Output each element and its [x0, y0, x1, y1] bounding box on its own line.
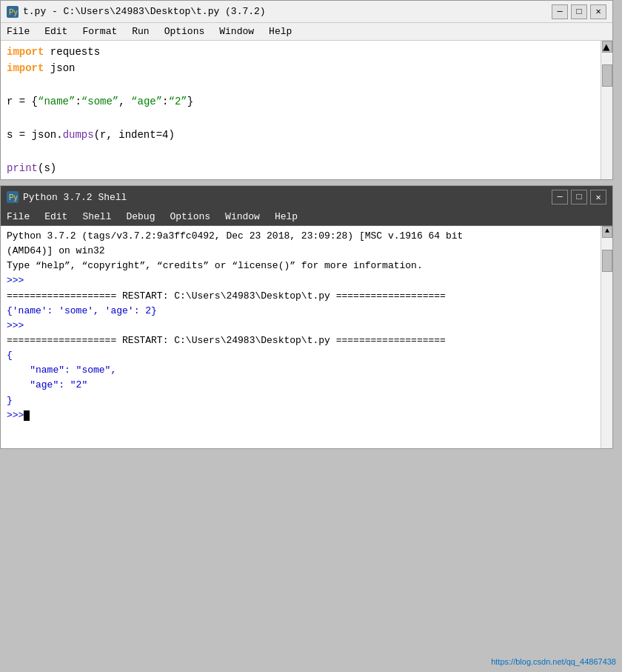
menu-options[interactable]: Options — [161, 26, 208, 37]
shell-python-icon: Py — [7, 191, 19, 203]
shell-menu-debug[interactable]: Debug — [123, 211, 158, 222]
shell-prompt-2: >>> — [7, 319, 606, 333]
shell-output-area[interactable]: Python 3.7.2 (tags/v3.7.2:9a3ffc0492, De… — [1, 226, 612, 448]
svg-text:Py: Py — [9, 8, 18, 16]
menu-file[interactable]: File — [4, 26, 33, 37]
close-button[interactable]: ✕ — [590, 4, 606, 19]
shell-banner-line3: Type “help”, “copyright”, “credits” or “… — [7, 259, 606, 273]
shell-body: Python 3.7.2 (tags/v3.7.2:9a3ffc0492, De… — [1, 226, 612, 448]
shell-prompt-3: >>> — [7, 408, 606, 423]
shell-json-close: } — [7, 393, 606, 408]
shell-banner-line1: Python 3.7.2 (tags/v3.7.2:9a3ffc0492, De… — [7, 229, 606, 244]
shell-banner-line2: (AMD64)] on win32 — [7, 244, 606, 259]
code-line-5 — [7, 110, 606, 127]
menu-window[interactable]: Window — [216, 26, 257, 37]
code-line-8: print(s) — [7, 160, 606, 176]
code-line-3 — [7, 77, 606, 93]
editor-window: Py t.py - C:\Users\24983\Desktop\t.py (3… — [0, 0, 613, 180]
shell-restart-2: =================== RESTART: C:\Users\24… — [7, 333, 606, 348]
minimize-button[interactable]: — — [552, 4, 568, 19]
editor-title-bar: Py t.py - C:\Users\24983\Desktop\t.py (3… — [1, 1, 612, 23]
shell-title-bar: Py Python 3.7.2 Shell — □ ✕ — [1, 186, 612, 208]
editor-title-left: Py t.py - C:\Users\24983\Desktop\t.py (3… — [7, 6, 266, 18]
shell-menu-options[interactable]: Options — [167, 211, 213, 222]
shell-prompt-1: >>> — [7, 273, 606, 288]
shell-json-name: "name": "some", — [7, 363, 606, 378]
watermark: https://blog.csdn.net/qq_44867438 — [491, 657, 616, 666]
shell-json-open: { — [7, 348, 606, 363]
shell-menu-bar: File Edit Shell Debug Options Window Hel… — [1, 208, 612, 226]
scrollbar-up-arrow[interactable]: ▲ — [602, 41, 612, 53]
shell-restart-1: =================== RESTART: C:\Users\24… — [7, 289, 606, 304]
shell-scrollbar-up[interactable]: ▲ — [602, 226, 612, 238]
code-line-4: r = {“name”:“some”, “age”:“2”} — [7, 93, 606, 110]
python-icon: Py — [7, 6, 19, 18]
maximize-button[interactable]: □ — [571, 4, 587, 19]
menu-help[interactable]: Help — [266, 26, 295, 37]
editor-scrollbar[interactable]: ▲ — [601, 41, 612, 179]
shell-dict-output: {'name': 'some', 'age': 2} — [7, 304, 606, 319]
editor-title-text: t.py - C:\Users\24983\Desktop\t.py (3.7.… — [23, 6, 266, 17]
shell-minimize-button[interactable]: — — [552, 190, 568, 204]
shell-scrollbar-thumb[interactable] — [602, 250, 612, 272]
editor-body: import requests import json r = {“name”:… — [1, 41, 612, 179]
shell-controls: — □ ✕ — [552, 190, 606, 204]
shell-title-left: Py Python 3.7.2 Shell — [7, 191, 127, 203]
shell-menu-edit[interactable]: Edit — [41, 211, 70, 222]
code-line-1: import requests — [7, 44, 606, 60]
shell-menu-help[interactable]: Help — [272, 211, 301, 222]
shell-menu-file[interactable]: File — [4, 211, 33, 222]
shell-maximize-button[interactable]: □ — [571, 190, 587, 204]
shell-json-age: "age": "2" — [7, 378, 606, 393]
code-line-7 — [7, 143, 606, 159]
editor-controls: — □ ✕ — [552, 4, 606, 19]
svg-text:Py: Py — [9, 193, 18, 202]
menu-edit[interactable]: Edit — [41, 26, 70, 37]
shell-scrollbar[interactable]: ▲ — [601, 226, 612, 448]
shell-title-text: Python 3.7.2 Shell — [23, 192, 127, 203]
code-line-6: s = json.dumps(r, indent=4) — [7, 127, 606, 143]
menu-format[interactable]: Format — [79, 26, 120, 37]
shell-menu-shell[interactable]: Shell — [79, 211, 114, 222]
scrollbar-thumb[interactable] — [602, 64, 612, 87]
shell-window: Py Python 3.7.2 Shell — □ ✕ File Edit Sh… — [0, 185, 613, 449]
editor-code-area[interactable]: import requests import json r = {“name”:… — [1, 41, 612, 179]
shell-close-button[interactable]: ✕ — [590, 190, 606, 204]
cursor — [24, 410, 30, 421]
code-line-2: import json — [7, 60, 606, 76]
menu-run[interactable]: Run — [129, 26, 152, 37]
editor-menu-bar: File Edit Format Run Options Window Help — [1, 23, 612, 41]
shell-menu-window[interactable]: Window — [222, 211, 263, 222]
